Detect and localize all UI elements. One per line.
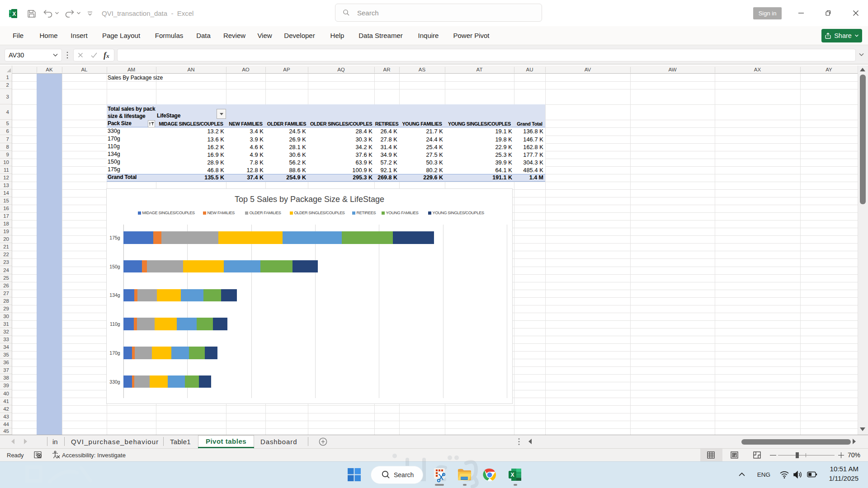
svg-text:X: X (510, 472, 514, 478)
svg-text:X: X (12, 11, 16, 17)
